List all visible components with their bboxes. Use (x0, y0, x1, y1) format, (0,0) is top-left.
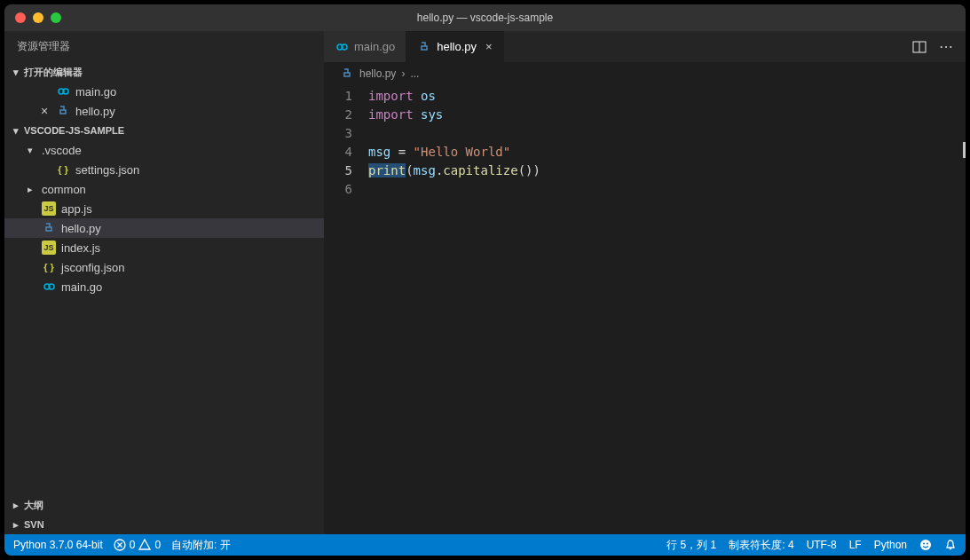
file-item[interactable]: hello.py (4, 218, 324, 238)
minimap[interactable] (950, 85, 966, 534)
open-editor-item[interactable]: main.go (4, 82, 324, 101)
breadcrumb-file: hello.py (359, 67, 396, 80)
status-bar: Python 3.7.0 64-bit 0 0 自动附加: 开 行 5，列 1 … (4, 534, 966, 556)
split-editor-icon[interactable] (912, 40, 927, 54)
status-problems[interactable]: 0 0 (114, 539, 161, 551)
breadcrumb-more: ... (410, 67, 419, 80)
chevron-right-icon: ▸ (24, 184, 36, 195)
chevron-right-icon: › (401, 67, 405, 80)
status-tab-size[interactable]: 制表符长度: 4 (729, 538, 793, 553)
svg-point-12 (923, 543, 925, 545)
close-window-button[interactable] (15, 12, 26, 23)
tab-bar: main.go hello.py × ⋯ (324, 31, 966, 62)
outline-label: 大纲 (24, 499, 43, 512)
python-file-icon (42, 221, 56, 235)
file-name: common (42, 183, 86, 196)
sidebar: 资源管理器 ▾ 打开的编辑器 main.go × hello.py (4, 31, 324, 534)
file-item[interactable]: { }settings.json (4, 160, 324, 179)
file-item[interactable]: { }jsconfig.json (4, 257, 324, 277)
js-file-icon: JS (42, 241, 56, 255)
python-file-icon (340, 67, 354, 81)
file-item[interactable]: JSapp.js (4, 199, 324, 218)
file-name: .vscode (42, 144, 82, 157)
status-encoding[interactable]: UTF-8 (807, 539, 837, 551)
file-name: settings.json (75, 163, 139, 177)
tab-main-go[interactable]: main.go (324, 31, 406, 62)
project-section[interactable]: ▾ VSCODE-JS-SAMPLE (4, 121, 324, 140)
code-editor[interactable]: 1 2 3 4 5 6 import os import sys msg = "… (324, 85, 966, 534)
svg-point-13 (927, 543, 928, 545)
close-tab-icon[interactable]: × (485, 40, 493, 53)
tab-hello-py[interactable]: hello.py × (406, 31, 503, 62)
go-file-icon (56, 84, 70, 99)
json-file-icon: { } (42, 260, 56, 274)
file-name: index.js (61, 241, 100, 255)
python-file-icon (56, 104, 70, 118)
more-actions-icon[interactable]: ⋯ (939, 38, 953, 55)
chevron-down-icon: ▾ (24, 145, 36, 156)
feedback-icon[interactable] (919, 539, 932, 551)
status-python-version[interactable]: Python 3.7.0 64-bit (13, 539, 103, 551)
svn-section[interactable]: ▸ SVN (4, 515, 324, 534)
file-name: jsconfig.json (61, 261, 125, 274)
svg-point-11 (920, 540, 931, 550)
json-file-icon: { } (56, 162, 70, 177)
chevron-down-icon: ▾ (10, 67, 22, 78)
file-name: hello.py (61, 222, 101, 235)
placeholder-icon (38, 84, 51, 99)
tab-label: hello.py (437, 40, 477, 53)
status-auto-attach[interactable]: 自动附加: 开 (171, 538, 231, 553)
breadcrumb[interactable]: hello.py › ... (324, 62, 966, 85)
go-file-icon (335, 40, 349, 54)
open-editor-item[interactable]: × hello.py (4, 101, 324, 121)
open-editors-section[interactable]: ▾ 打开的编辑器 (4, 62, 324, 82)
file-item[interactable]: main.go (4, 277, 324, 296)
js-file-icon: JS (42, 201, 56, 216)
open-editor-name: main.go (75, 85, 116, 99)
status-language[interactable]: Python (874, 539, 907, 551)
chevron-right-icon: ▸ (10, 500, 22, 511)
file-name: main.go (61, 280, 102, 294)
status-line-col[interactable]: 行 5，列 1 (666, 538, 716, 553)
chevron-right-icon: ▸ (10, 519, 22, 531)
file-item[interactable]: JSindex.js (4, 238, 324, 257)
open-editor-name: hello.py (75, 105, 115, 118)
folder-item[interactable]: ▾.vscode (4, 140, 324, 160)
titlebar: hello.py — vscode-js-sample (4, 4, 966, 31)
outline-section[interactable]: ▸ 大纲 (4, 495, 324, 515)
maximize-window-button[interactable] (51, 12, 61, 23)
project-label: VSCODE-JS-SAMPLE (24, 125, 124, 136)
folder-item[interactable]: ▸common (4, 179, 324, 199)
window-title: hello.py — vscode-js-sample (417, 12, 553, 24)
go-file-icon (42, 280, 56, 294)
file-name: app.js (61, 202, 92, 216)
minimize-window-button[interactable] (33, 12, 43, 23)
line-gutter: 1 2 3 4 5 6 (324, 85, 368, 534)
warning-icon (138, 539, 151, 551)
explorer-title: 资源管理器 (4, 31, 324, 62)
svn-label: SVN (24, 519, 44, 530)
error-icon (114, 539, 126, 551)
notifications-icon[interactable] (944, 539, 957, 551)
status-eol[interactable]: LF (849, 539, 862, 551)
chevron-down-icon: ▾ (10, 125, 22, 137)
code-content[interactable]: import os import sys msg = "Hello World"… (368, 85, 966, 534)
open-editors-label: 打开的编辑器 (24, 66, 83, 79)
close-icon[interactable]: × (38, 104, 51, 118)
tab-label: main.go (354, 40, 395, 53)
python-file-icon (417, 40, 431, 54)
